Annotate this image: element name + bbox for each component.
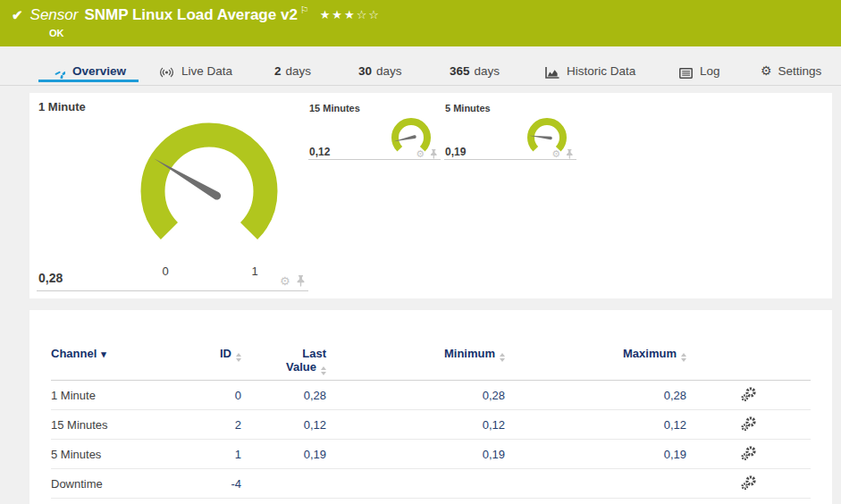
tab-365-days-number: 365 <box>450 64 470 78</box>
tab-live-data[interactable]: Live Data <box>154 46 232 82</box>
priority-stars[interactable]: ★★★☆☆ <box>320 8 381 21</box>
table-row-5-minutes: 5 Minutes 1 0,19 0,19 0,19 <box>51 440 811 469</box>
gauge-15-minutes: 15 Minutes 0,12 ⚙ <box>308 93 441 164</box>
tab-30-days[interactable]: 30 days <box>358 46 402 82</box>
tab-live-data-label: Live Data <box>181 64 232 78</box>
channel-last-value: 0,28 <box>241 381 326 410</box>
column-header-minimum[interactable]: Minimum <box>326 329 505 381</box>
channel-minimum: 0,28 <box>326 381 505 410</box>
gauge-underline <box>444 159 576 160</box>
column-header-id-label: ID <box>220 347 231 360</box>
channel-maximum: 0,12 <box>505 410 686 440</box>
status-check-icon: ✔ <box>12 7 23 23</box>
live-signal-icon <box>159 66 174 79</box>
tab-overview[interactable]: Overview <box>38 46 139 82</box>
tab-log-label: Log <box>700 64 720 78</box>
channel-maximum: 0,28 <box>505 381 686 410</box>
pin-icon[interactable] <box>430 149 438 159</box>
channel-name: 1 Minute <box>51 381 185 410</box>
gear-icon: ⚙ <box>761 63 772 78</box>
gauges-panel: 1 Minute 0 1 0,28 ⚙ 15 Minutes <box>29 93 832 298</box>
channel-minimum <box>326 469 505 499</box>
column-header-last-label: Last <box>241 347 326 360</box>
log-list-icon <box>679 68 693 79</box>
pause-flag-icon[interactable]: ⚐ <box>300 4 309 16</box>
gauge-15-minutes-actions: ⚙ <box>416 148 438 160</box>
channel-name: 15 Minutes <box>51 410 185 440</box>
tab-bar: Overview Live Data 2 days 30 days <box>0 46 841 86</box>
tab-30-days-label: days <box>376 64 402 78</box>
channel-maximum <box>505 469 686 499</box>
sort-toggle-icon <box>500 353 505 362</box>
tab-historic-data-label: Historic Data <box>567 64 635 78</box>
gauge-5-minutes-title: 5 Minutes <box>445 103 491 113</box>
tab-30-days-number: 30 <box>358 64 372 78</box>
tab-historic-data[interactable]: Historic Data <box>545 46 635 82</box>
channels-panel: Channel▾ ID Last Value Minimum Maximum <box>29 310 832 504</box>
channel-id: 1 <box>185 440 241 469</box>
gauge-5-minutes-value: 0,19 <box>445 146 466 158</box>
column-header-channel[interactable]: Channel▾ <box>51 329 185 381</box>
channel-settings-gears-icon[interactable] <box>741 416 756 433</box>
gear-icon[interactable]: ⚙ <box>416 148 425 160</box>
tab-log[interactable]: Log <box>679 46 720 82</box>
channel-minimum: 0,19 <box>326 440 505 469</box>
tab-2-days-number: 2 <box>274 64 282 78</box>
gauge-1-minute-value: 0,28 <box>38 271 63 285</box>
channel-name: 5 Minutes <box>51 440 185 469</box>
channel-settings-gears-icon[interactable] <box>741 475 756 492</box>
gauge-1-minute-actions: ⚙ <box>280 274 306 288</box>
sort-toggle-icon <box>236 353 241 362</box>
channel-settings-gears-icon[interactable] <box>741 446 756 463</box>
sort-toggle-icon <box>321 366 326 375</box>
column-header-id[interactable]: ID <box>185 329 241 381</box>
pin-icon[interactable] <box>566 149 574 159</box>
column-header-last-value[interactable]: Last Value <box>241 329 326 381</box>
channel-last-value: 0,19 <box>241 440 326 469</box>
sort-descending-icon: ▾ <box>101 349 106 359</box>
gauge-scale-max: 1 <box>251 265 257 278</box>
table-row-downtime: Downtime -4 <box>51 469 811 499</box>
gear-icon[interactable]: ⚙ <box>552 148 561 160</box>
area-chart-icon <box>545 67 559 79</box>
tab-2-days[interactable]: 2 days <box>274 46 311 82</box>
gauge-icon <box>52 65 65 79</box>
gauge-underline <box>37 290 308 291</box>
gauge-1-minute-dial: 0 1 <box>106 114 312 281</box>
gauge-5-minutes: 5 Minutes 0,19 ⚙ <box>444 93 576 164</box>
status-badge: OK <box>49 28 64 38</box>
channel-settings-gears-icon[interactable] <box>741 387 756 404</box>
channel-table: Channel▾ ID Last Value Minimum Maximum <box>51 329 811 499</box>
tab-settings[interactable]: ⚙ Settings <box>761 46 821 82</box>
tab-365-days[interactable]: 365 days <box>450 46 500 82</box>
pin-icon[interactable] <box>296 275 306 287</box>
sensor-header: ✔ Sensor SNMP Linux Load Average v2 ⚐ ★★… <box>0 0 841 46</box>
gauge-scale-min: 0 <box>162 265 168 278</box>
tab-365-days-label: days <box>475 64 500 78</box>
tab-overview-label: Overview <box>72 64 126 78</box>
channel-id: -4 <box>185 469 241 499</box>
table-row-15-minutes: 15 Minutes 2 0,12 0,12 0,12 <box>51 410 811 440</box>
column-header-maximum[interactable]: Maximum <box>505 329 686 381</box>
column-header-value-label: Value <box>286 360 316 374</box>
tab-2-days-label: days <box>286 64 312 78</box>
sensor-title-line: ✔ Sensor SNMP Linux Load Average v2 ⚐ ★★… <box>12 6 381 24</box>
prtg-sensor-page: ✔ Sensor SNMP Linux Load Average v2 ⚐ ★★… <box>0 0 841 504</box>
column-header-minimum-label: Minimum <box>444 347 495 360</box>
column-header-actions <box>686 329 811 381</box>
object-kind-label: Sensor <box>30 6 79 24</box>
channel-last-value <box>241 469 326 499</box>
channel-last-value: 0,12 <box>241 410 326 440</box>
tab-settings-label: Settings <box>778 64 822 78</box>
gear-icon[interactable]: ⚙ <box>280 274 290 288</box>
channel-name: Downtime <box>51 469 185 499</box>
channel-id: 2 <box>185 410 241 440</box>
sensor-title: SNMP Linux Load Average v2 <box>84 6 297 24</box>
gauge-15-minutes-value: 0,12 <box>309 146 330 158</box>
gauge-5-minutes-actions: ⚙ <box>552 148 574 160</box>
sort-toggle-icon <box>681 353 686 362</box>
table-row-1-minute: 1 Minute 0 0,28 0,28 0,28 <box>51 381 811 410</box>
channel-maximum: 0,19 <box>505 440 686 469</box>
column-header-maximum-label: Maximum <box>623 347 677 360</box>
gauge-underline <box>308 159 441 160</box>
